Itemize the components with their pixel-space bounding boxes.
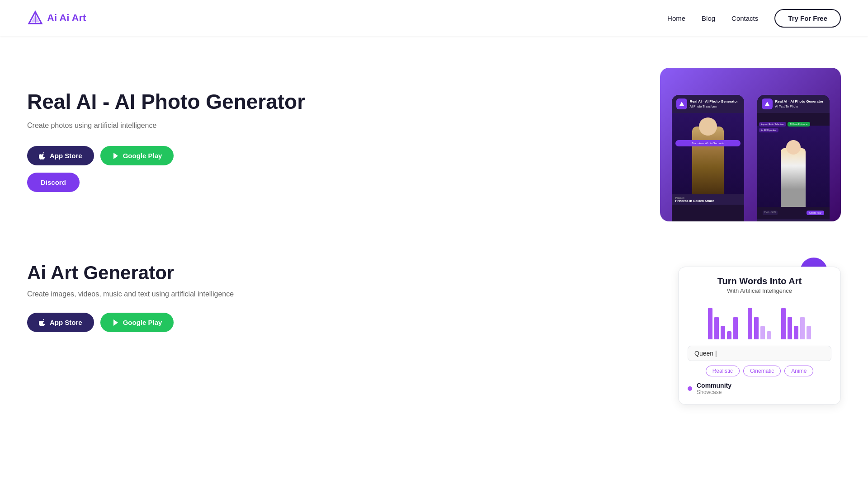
hero-btn-row: App Store Google Play (27, 146, 307, 165)
svg-marker-3 (113, 153, 118, 159)
ai-art-panel-title: Turn Words Into Art (688, 276, 831, 286)
bar-7 (754, 317, 759, 339)
second-btn-row: App Store Google Play (27, 313, 307, 332)
try-for-free-button[interactable]: Try For Free (774, 9, 841, 28)
ai-art-panel: Turn Words Into Art With Artificial Inte… (678, 267, 841, 405)
phone2-header-text: Real AI - AI Photo Generator AI Text To … (775, 99, 824, 108)
apple-icon-2 (39, 319, 46, 326)
bar-12 (794, 326, 798, 339)
community-sub: Showcase (697, 389, 731, 395)
phone2-tag2: AI Face Enhancer (788, 122, 810, 127)
nav-link-home[interactable]: Home (667, 14, 685, 22)
phone1-header-text: Real AI - AI Photo Generator AI Photo Tr… (690, 99, 738, 108)
hero-discord-row: Discord (27, 173, 307, 192)
phone2-size: 3048 x 3072 (763, 211, 778, 215)
phone1-transform-badge: Transform Within Seconds (675, 140, 741, 146)
phone-card-2: Real AI - AI Photo Generator AI Text To … (757, 95, 830, 221)
bar-5 (733, 317, 738, 339)
phone2-header: Real AI - AI Photo Generator AI Text To … (757, 95, 830, 113)
discord-button[interactable]: Discord (27, 173, 80, 192)
second-left: Ai Art Generator Create images, videos, … (27, 262, 307, 339)
phone2-tag3: AI 4K Upscaler (759, 128, 778, 132)
apple-icon (39, 152, 46, 160)
style-tag-cinematic[interactable]: Cinematic (743, 366, 781, 376)
googleplay-button[interactable]: Google Play (100, 146, 174, 165)
style-tag-realistic[interactable]: Realistic (706, 366, 740, 376)
phone1-image: Transform Within Seconds (672, 113, 744, 194)
prompt-input[interactable]: Queen | (688, 346, 831, 361)
ai-art-panel-subtitle: With Artificial Intelligence (688, 287, 831, 294)
svg-marker-6 (113, 319, 118, 326)
bar-4 (727, 331, 731, 339)
second-title: Ai Art Generator (27, 262, 307, 284)
community-text: Community Showcase (697, 382, 731, 395)
navbar: Ai Ai Art Home Blog Contacts Try For Fre… (0, 0, 868, 36)
hero-right: Real AI - AI Photo Generator AI Photo Tr… (307, 68, 841, 221)
second-subtitle: Create images, videos, music and text us… (27, 290, 307, 298)
style-tag-anime[interactable]: Anime (784, 366, 813, 376)
bar-10 (781, 308, 786, 339)
play-icon (112, 152, 119, 160)
logo-text: Ai Ai Art (47, 12, 86, 24)
appstore-button[interactable]: App Store (27, 146, 94, 165)
phone2-tags: Aspect Ratio Selection AI Face Enhancer … (759, 122, 828, 132)
style-tags: Realistic Cinematic Anime (688, 366, 831, 376)
phone2-create-btn[interactable]: Create Now (807, 211, 824, 215)
nav-link-contacts[interactable]: Contacts (731, 14, 758, 22)
second-googleplay-label: Google Play (123, 319, 162, 326)
svg-marker-4 (679, 102, 684, 106)
appstore-label: App Store (50, 152, 82, 160)
bar-8 (760, 326, 765, 339)
community-label: Community (697, 382, 731, 389)
community-row: Community Showcase (688, 382, 831, 395)
hero-title: Real AI - AI Photo Generator (27, 90, 307, 114)
phone2-create-bar: 3048 x 3072 Create Now (760, 209, 827, 217)
bar-6 (748, 308, 752, 339)
hero-subtitle: Create photos using artificial intellige… (27, 122, 307, 130)
phone1-header: Real AI - AI Photo Generator AI Photo Tr… (672, 95, 744, 113)
second-appstore-button[interactable]: App Store (27, 313, 94, 332)
phone2-tag1: Aspect Ratio Selection (759, 122, 786, 127)
bar-13 (800, 317, 805, 339)
play-icon-2 (112, 319, 119, 326)
phone1-icon (676, 99, 687, 109)
second-section: Ai Art Generator Create images, videos, … (0, 244, 868, 432)
bars-visualization (688, 303, 831, 339)
phone-card-1: Real AI - AI Photo Generator AI Photo Tr… (672, 95, 744, 221)
nav-link-blog[interactable]: Blog (702, 14, 715, 22)
logo-icon (27, 10, 43, 26)
bar-2 (714, 317, 719, 339)
logo[interactable]: Ai Ai Art (27, 10, 86, 26)
svg-marker-5 (765, 102, 769, 106)
phone2-image (757, 126, 830, 207)
bar-1 (708, 308, 712, 339)
bar-14 (807, 326, 811, 339)
hero-screenshot-container: Real AI - AI Photo Generator AI Photo Tr… (660, 68, 841, 221)
phone2-prompt-bar: Prompt: Blonde Woman in NY City (757, 219, 830, 221)
phone2-icon (762, 99, 773, 109)
hero-left: Real AI - AI Photo Generator Create phot… (27, 90, 307, 200)
nav-links: Home Blog Contacts Try For Free (667, 9, 841, 28)
second-googleplay-button[interactable]: Google Play (100, 313, 174, 332)
community-dot (688, 386, 692, 391)
hero-section: Real AI - AI Photo Generator Create phot… (0, 36, 868, 244)
bar-3 (721, 326, 725, 339)
bar-9 (767, 331, 771, 339)
second-right: Turn Words Into Art With Artificial Inte… (307, 262, 841, 405)
phone1-prompt-bar: Prompt: Princess in Golden Armor (672, 194, 744, 205)
googleplay-label: Google Play (123, 152, 162, 160)
second-appstore-label: App Store (50, 319, 82, 326)
bar-11 (788, 317, 792, 339)
